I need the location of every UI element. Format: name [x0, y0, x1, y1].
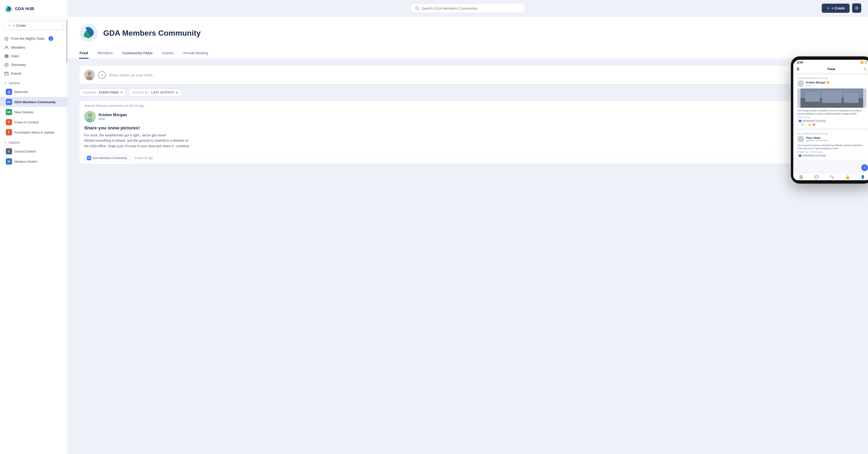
- sidebar-item-foundation-news[interactable]: F Foundation News & Update: [0, 127, 67, 137]
- phone-profile-icon: 👤: [861, 175, 865, 179]
- feed-label: Feed: [11, 54, 19, 58]
- sidebar-item-western-district[interactable]: W Western District: [0, 156, 67, 166]
- user-avatar-img: [84, 70, 95, 80]
- code-conduct-label: Code of Conduct: [14, 121, 39, 124]
- general-section-header[interactable]: ▼ General: [0, 79, 67, 87]
- settings-button[interactable]: ⚙: [852, 3, 861, 13]
- from-mighty-team-badge: 2: [49, 36, 53, 41]
- gear-icon: ⚙: [855, 6, 858, 10]
- filter-showing-label: SHOWING: [83, 91, 96, 94]
- sidebar-create-button[interactable]: ＋ + Create: [3, 21, 64, 30]
- phone-search-icon: 🔍: [830, 175, 834, 179]
- sidebar-item-new-dentists[interactable]: ND New Dentists: [0, 107, 67, 117]
- phone-home-icon: 🏠: [799, 175, 803, 179]
- svg-rect-3: [5, 55, 8, 56]
- phone-chat-icon: 💬: [814, 175, 818, 179]
- svg-marker-1: [5, 37, 8, 40]
- online-indicator: [92, 119, 95, 122]
- welcome-badge: Q: [6, 89, 12, 95]
- gda-community-label: GDA Members Community: [14, 100, 56, 104]
- like-button[interactable]: 5: [832, 156, 839, 160]
- post-actions: 5 23: [832, 156, 851, 160]
- feed-area: ＋ Share what's on your mind... SHOWING E…: [67, 59, 868, 171]
- nd-badge: ND: [6, 109, 12, 115]
- western-badge: W: [6, 158, 12, 165]
- svg-rect-5: [5, 57, 8, 58]
- comment-button[interactable]: 23: [843, 156, 851, 160]
- sidebar-item-gda-members-community[interactable]: MC GDA Members Community: [0, 97, 67, 107]
- filter-showing-value: EVERYTHING: [99, 91, 119, 94]
- sidebar-create-label: + Create: [13, 24, 26, 28]
- community-tag-badge: MC: [87, 156, 91, 160]
- filter-showing[interactable]: SHOWING EVERYTHING ▾: [79, 89, 126, 96]
- districts-section-header[interactable]: ▼ Districts: [0, 139, 67, 146]
- phone-header-edit: ✏️: [863, 67, 867, 71]
- chevron-sort-icon: ▾: [176, 91, 178, 94]
- tab-members[interactable]: Members: [97, 48, 113, 59]
- members-label: Members: [11, 45, 25, 50]
- foundation-label: Foundation News & Update: [14, 131, 54, 134]
- svg-point-8: [6, 65, 7, 65]
- post-title[interactable]: Share you snow pictures!: [84, 125, 851, 131]
- app-title: GDA HUB: [15, 6, 34, 11]
- author-role: Host: [99, 117, 127, 121]
- user-avatar: [84, 70, 95, 80]
- filter-sorted-value: LAST ACTIVITY: [151, 91, 174, 94]
- welcome-label: Welcome: [14, 90, 28, 94]
- likes-count: 5: [837, 156, 839, 160]
- scrollbar[interactable]: [66, 19, 67, 63]
- tab-events[interactable]: Events: [162, 48, 174, 59]
- post-composer[interactable]: ＋ Share what's on your mind...: [79, 66, 857, 84]
- feed-icon: [4, 54, 9, 58]
- chevron-icon: ▼: [4, 82, 7, 84]
- post-author-row: Kristen Morgan Host: [79, 109, 856, 125]
- sidebar-item-central-district[interactable]: C Central District: [0, 146, 67, 156]
- central-badge: C: [6, 148, 12, 155]
- post-text-2-content: Almost everything is closed, and the gro…: [84, 138, 188, 142]
- phone-status-bar: 12:09 📶 🔋: [793, 60, 868, 65]
- tab-community-faqs[interactable]: Community FAQs: [122, 48, 153, 59]
- tab-annual-meeting[interactable]: Annual Meeting: [183, 48, 209, 59]
- search-bar[interactable]: [410, 3, 526, 13]
- sidebar-item-members[interactable]: Members: [0, 43, 67, 52]
- composer-input[interactable]: Share what's on your mind...: [109, 73, 851, 77]
- tab-feed[interactable]: Feed: [79, 48, 89, 59]
- community-tag[interactable]: MC GDA Members Community: [84, 155, 130, 161]
- phone-bottom-bar: 🏠 💬 🔍 🔔 👤: [793, 173, 868, 180]
- community-name: GDA Members Community: [103, 29, 200, 38]
- post-content: Share you snow pictures! For once, the w…: [79, 125, 856, 152]
- community-logo: [79, 23, 98, 43]
- chevron-down-icon: ▾: [121, 91, 123, 94]
- logo-icon: [4, 4, 13, 13]
- sidebar-item-discovery[interactable]: Discovery: [0, 61, 67, 69]
- sidebar-item-code-of-conduct[interactable]: C Code of Conduct: [0, 117, 67, 127]
- sidebar-item-events[interactable]: Events: [0, 69, 67, 78]
- search-icon: [415, 6, 419, 10]
- chevron-districts-icon: ▼: [4, 141, 7, 144]
- svg-rect-4: [5, 56, 8, 57]
- phone-time: 12:09: [797, 61, 803, 64]
- create-button[interactable]: ＋ + Create: [822, 4, 850, 13]
- search-input[interactable]: [422, 6, 521, 10]
- post-text-1: For once, the weatherman got it right...…: [84, 133, 851, 138]
- post-time: Posted 4d ago: [134, 156, 153, 160]
- sidebar-item-from-mighty-team[interactable]: From the Mighty Team 2: [0, 34, 67, 43]
- star-icon: [4, 36, 9, 41]
- sidebar-nav: From the Mighty Team 2 Members Feed Disc…: [0, 33, 67, 167]
- discovery-label: Discovery: [11, 63, 26, 67]
- central-district-label: Central District: [14, 150, 36, 153]
- filter-sorted[interactable]: SORTED BY LAST ACTIVITY ▾: [129, 89, 181, 96]
- author-avatar: [84, 111, 96, 122]
- comment-icon: [843, 156, 847, 160]
- sidebar-item-feed[interactable]: Feed: [0, 52, 67, 61]
- svg-point-17: [88, 72, 91, 76]
- events-label: Events: [11, 72, 22, 75]
- new-dentists-label: New Dentists: [14, 110, 34, 114]
- sidebar-item-welcome[interactable]: Q Welcome: [0, 87, 67, 97]
- author-info: Kristen Morgan Host: [99, 113, 127, 121]
- districts-label: Districts: [9, 141, 20, 144]
- from-mighty-team-label: From the Mighty Team: [11, 37, 44, 40]
- community-header: GDA Members Community Feed Members Commu…: [67, 17, 868, 59]
- composer-plus-icon[interactable]: ＋: [98, 71, 106, 79]
- mc-badge: MC: [6, 99, 12, 105]
